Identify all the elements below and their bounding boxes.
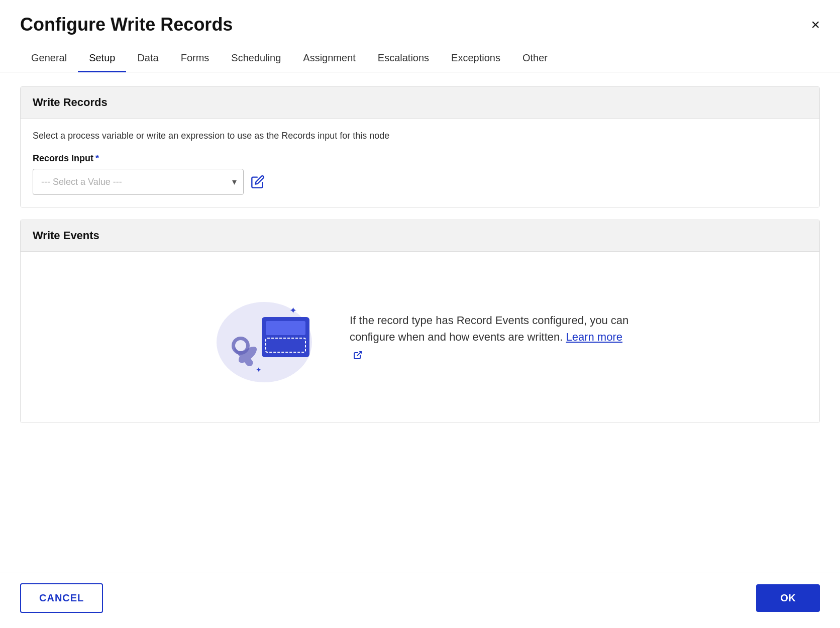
edit-expression-icon: [251, 175, 265, 189]
write-events-description: If the record type has Record Events con…: [350, 312, 631, 362]
content-area: Write Records Select a process variable …: [0, 72, 840, 573]
tab-forms[interactable]: Forms: [170, 45, 221, 72]
cancel-button[interactable]: CANCEL: [20, 583, 103, 613]
required-indicator: *: [95, 153, 99, 164]
tab-general[interactable]: General: [20, 45, 78, 72]
svg-text:✦: ✦: [256, 366, 262, 374]
dialog-header: Configure Write Records ×: [0, 0, 840, 35]
tab-setup[interactable]: Setup: [78, 45, 126, 72]
write-records-section: Write Records Select a process variable …: [20, 86, 820, 207]
records-input-select[interactable]: --- Select a Value ---: [33, 169, 244, 195]
records-input-label: Records Input *: [33, 153, 807, 164]
tab-escalations[interactable]: Escalations: [367, 45, 440, 72]
records-input-label-text: Records Input: [33, 153, 93, 164]
write-events-body: ✦ ✦ If the record type has Record Events…: [21, 252, 819, 423]
tab-other[interactable]: Other: [511, 45, 559, 72]
write-events-illustration: ✦ ✦: [209, 287, 320, 387]
tab-exceptions[interactable]: Exceptions: [440, 45, 511, 72]
configure-write-records-dialog: Configure Write Records × General Setup …: [0, 0, 840, 628]
dialog-title: Configure Write Records: [20, 14, 233, 35]
write-records-body: Select a process variable or write an ex…: [21, 119, 819, 207]
svg-text:✦: ✦: [289, 305, 297, 316]
edit-expression-button[interactable]: [251, 175, 265, 189]
records-input-wrapper: --- Select a Value --- ▾: [33, 169, 244, 195]
tab-data[interactable]: Data: [126, 45, 169, 72]
svg-point-4: [235, 340, 246, 351]
close-button[interactable]: ×: [811, 17, 820, 32]
records-input-row: --- Select a Value --- ▾: [33, 169, 807, 195]
write-events-header: Write Events: [21, 220, 819, 252]
write-records-header: Write Records: [21, 87, 819, 119]
tab-assignment[interactable]: Assignment: [292, 45, 367, 72]
write-records-description: Select a process variable or write an ex…: [33, 131, 807, 141]
dialog-footer: CANCEL OK: [0, 573, 840, 628]
learn-more-link[interactable]: Learn more: [566, 331, 622, 343]
ok-button[interactable]: OK: [756, 584, 820, 612]
external-link-icon: [351, 347, 363, 362]
tabs-bar: General Setup Data Forms Scheduling Assi…: [0, 45, 840, 72]
write-events-section: Write Events: [20, 220, 820, 423]
svg-rect-6: [266, 321, 305, 335]
illustration-svg: ✦ ✦: [212, 289, 317, 385]
tab-scheduling[interactable]: Scheduling: [220, 45, 292, 72]
